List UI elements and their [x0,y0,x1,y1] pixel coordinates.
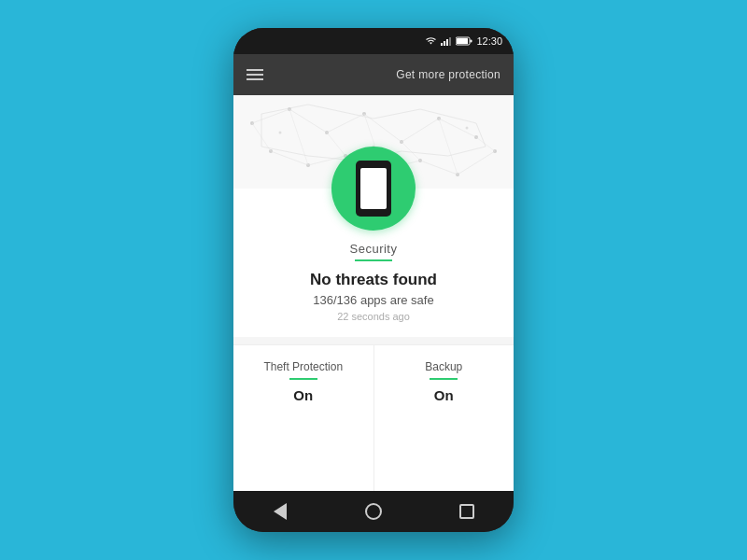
theft-underline [289,378,317,380]
recents-icon [459,504,474,519]
section-underline [355,259,392,261]
back-button[interactable] [261,493,299,530]
signal-icon [441,36,452,46]
theft-protection-card[interactable]: Theft Protection On [233,344,374,491]
apps-safe-count: 136/136 apps are safe [313,293,433,307]
svg-rect-0 [441,43,443,46]
svg-line-42 [476,137,495,151]
theft-protection-status: On [293,387,313,403]
svg-line-26 [327,114,364,133]
svg-line-34 [420,161,458,175]
wifi-icon [425,36,437,46]
hamburger-line-1 [247,69,263,71]
status-bar: 12:30 [233,28,514,54]
protection-grid: Theft Protection On Backup On [233,344,514,491]
app-nav: Get more protection [233,54,514,95]
svg-rect-6 [471,40,472,43]
backup-card[interactable]: Backup On [374,344,514,491]
hero-section: Security No threats found 136/136 apps a… [233,95,514,337]
section-label: Security [350,242,398,256]
svg-line-30 [271,151,308,165]
phone-icon [356,161,391,217]
svg-point-21 [279,132,282,134]
home-button[interactable] [355,493,392,530]
svg-line-38 [327,133,345,156]
backup-label: Backup [425,360,462,373]
back-icon [274,503,287,520]
get-more-protection-button[interactable]: Get more protection [396,68,500,81]
recents-button[interactable] [448,493,486,530]
bottom-nav [233,491,514,532]
app-content: Security No threats found 136/136 apps a… [233,95,514,491]
status-time: 12:30 [476,35,502,47]
backup-underline [430,378,458,380]
svg-line-24 [252,109,289,123]
svg-line-25 [289,109,327,133]
svg-rect-5 [457,38,468,44]
last-scan-time: 22 seconds ago [337,311,410,322]
hamburger-line-3 [247,78,263,80]
battery-icon [456,36,472,46]
svg-line-41 [439,119,458,175]
svg-line-37 [289,109,308,165]
phone-screen [360,168,387,209]
svg-line-28 [402,119,439,142]
hamburger-menu-icon[interactable] [247,69,263,80]
svg-line-35 [458,151,495,175]
svg-rect-2 [446,39,448,46]
phone-frame: 12:30 Get more protection [233,28,514,532]
hamburger-line-2 [247,74,263,76]
svg-point-23 [466,127,469,130]
svg-rect-3 [449,37,451,46]
home-icon [365,503,382,520]
no-threats-title: No threats found [310,271,437,289]
security-shield-icon [331,147,416,231]
svg-rect-1 [444,41,445,46]
backup-status: On [434,387,454,403]
status-icons: 12:30 [425,35,502,47]
theft-protection-label: Theft Protection [263,360,343,373]
